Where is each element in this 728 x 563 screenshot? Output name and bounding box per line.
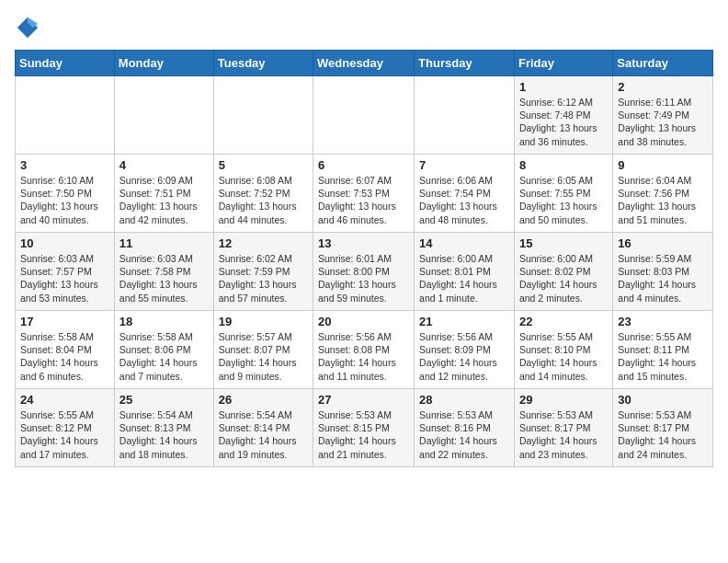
- day-info: Sunrise: 5:55 AM Sunset: 8:12 PM Dayligh…: [20, 408, 109, 461]
- weekday-header-monday: Monday: [114, 51, 213, 76]
- weekday-header-thursday: Thursday: [415, 51, 515, 76]
- day-number: 19: [219, 315, 308, 328]
- calendar-cell: 7Sunrise: 6:06 AM Sunset: 7:54 PM Daylig…: [415, 155, 515, 233]
- day-info: Sunrise: 5:57 AM Sunset: 8:07 PM Dayligh…: [219, 330, 308, 383]
- day-number: 4: [119, 158, 209, 172]
- day-number: 29: [519, 393, 608, 407]
- day-number: 21: [419, 315, 509, 328]
- calendar-cell: 23Sunrise: 5:55 AM Sunset: 8:11 PM Dayli…: [613, 311, 713, 389]
- calendar-cell: 3Sunrise: 6:10 AM Sunset: 7:50 PM Daylig…: [16, 155, 115, 233]
- weekday-header-tuesday: Tuesday: [213, 51, 313, 76]
- calendar-cell: 5Sunrise: 6:08 AM Sunset: 7:52 PM Daylig…: [213, 155, 313, 233]
- day-number: 7: [419, 158, 509, 172]
- day-number: 3: [20, 158, 109, 172]
- calendar-cell: 15Sunrise: 6:00 AM Sunset: 8:02 PM Dayli…: [514, 233, 612, 311]
- day-info: Sunrise: 5:53 AM Sunset: 8:15 PM Dayligh…: [318, 408, 409, 461]
- day-info: Sunrise: 5:55 AM Sunset: 8:11 PM Dayligh…: [618, 330, 708, 383]
- calendar-cell: 18Sunrise: 5:58 AM Sunset: 8:06 PM Dayli…: [114, 311, 213, 389]
- weekday-header-saturday: Saturday: [613, 51, 713, 76]
- calendar-cell: [114, 76, 213, 155]
- day-number: 20: [318, 315, 409, 328]
- logo-icon: [15, 15, 40, 40]
- day-info: Sunrise: 5:54 AM Sunset: 8:13 PM Dayligh…: [119, 408, 209, 461]
- calendar-cell: 30Sunrise: 5:53 AM Sunset: 8:17 PM Dayli…: [613, 389, 713, 467]
- calendar-cell: 29Sunrise: 5:53 AM Sunset: 8:17 PM Dayli…: [514, 389, 612, 467]
- calendar-cell: 16Sunrise: 5:59 AM Sunset: 8:03 PM Dayli…: [613, 233, 713, 311]
- calendar-cell: 25Sunrise: 5:54 AM Sunset: 8:13 PM Dayli…: [114, 389, 213, 467]
- day-info: Sunrise: 5:55 AM Sunset: 8:10 PM Dayligh…: [519, 330, 608, 383]
- day-number: 8: [519, 158, 608, 172]
- day-number: 1: [519, 80, 608, 94]
- calendar-cell: 26Sunrise: 5:54 AM Sunset: 8:14 PM Dayli…: [213, 389, 313, 467]
- day-info: Sunrise: 6:02 AM Sunset: 7:59 PM Dayligh…: [219, 252, 308, 304]
- day-number: 11: [119, 236, 209, 250]
- day-number: 24: [20, 393, 109, 407]
- day-info: Sunrise: 6:12 AM Sunset: 7:48 PM Dayligh…: [519, 96, 608, 148]
- calendar-cell: 22Sunrise: 5:55 AM Sunset: 8:10 PM Dayli…: [514, 311, 612, 389]
- calendar-cell: [415, 76, 515, 155]
- day-number: 30: [618, 393, 708, 407]
- logo: [15, 15, 44, 40]
- day-number: 22: [519, 315, 608, 328]
- day-number: 10: [20, 236, 109, 250]
- day-number: 15: [519, 236, 608, 250]
- day-number: 9: [618, 158, 708, 172]
- day-info: Sunrise: 6:01 AM Sunset: 8:00 PM Dayligh…: [318, 252, 409, 304]
- weekday-header-wednesday: Wednesday: [313, 51, 415, 76]
- day-info: Sunrise: 5:53 AM Sunset: 8:17 PM Dayligh…: [519, 408, 608, 461]
- day-number: 26: [219, 393, 308, 407]
- day-info: Sunrise: 6:10 AM Sunset: 7:50 PM Dayligh…: [20, 174, 109, 226]
- day-number: 14: [419, 236, 509, 250]
- calendar-week-row: 24Sunrise: 5:55 AM Sunset: 8:12 PM Dayli…: [16, 389, 713, 467]
- calendar-cell: 11Sunrise: 6:03 AM Sunset: 7:58 PM Dayli…: [114, 233, 213, 311]
- day-number: 6: [318, 158, 409, 172]
- calendar-cell: 14Sunrise: 6:00 AM Sunset: 8:01 PM Dayli…: [415, 233, 515, 311]
- day-number: 18: [119, 315, 209, 328]
- day-info: Sunrise: 5:53 AM Sunset: 8:17 PM Dayligh…: [618, 408, 708, 461]
- calendar-cell: 8Sunrise: 6:05 AM Sunset: 7:55 PM Daylig…: [514, 155, 612, 233]
- calendar-cell: 6Sunrise: 6:07 AM Sunset: 7:53 PM Daylig…: [313, 155, 415, 233]
- day-info: Sunrise: 6:06 AM Sunset: 7:54 PM Dayligh…: [419, 174, 509, 226]
- calendar-cell: 17Sunrise: 5:58 AM Sunset: 8:04 PM Dayli…: [16, 311, 115, 389]
- day-info: Sunrise: 5:59 AM Sunset: 8:03 PM Dayligh…: [618, 252, 708, 304]
- day-number: 27: [318, 393, 409, 407]
- calendar-week-row: 10Sunrise: 6:03 AM Sunset: 7:57 PM Dayli…: [16, 233, 713, 311]
- day-info: Sunrise: 6:09 AM Sunset: 7:51 PM Dayligh…: [119, 174, 209, 226]
- weekday-header-sunday: Sunday: [16, 51, 115, 76]
- calendar-cell: 9Sunrise: 6:04 AM Sunset: 7:56 PM Daylig…: [613, 155, 713, 233]
- day-number: 13: [318, 236, 409, 250]
- day-info: Sunrise: 6:08 AM Sunset: 7:52 PM Dayligh…: [219, 174, 308, 226]
- day-info: Sunrise: 6:03 AM Sunset: 7:57 PM Dayligh…: [20, 252, 109, 304]
- calendar-cell: 2Sunrise: 6:11 AM Sunset: 7:49 PM Daylig…: [613, 76, 713, 155]
- calendar-cell: 19Sunrise: 5:57 AM Sunset: 8:07 PM Dayli…: [213, 311, 313, 389]
- day-info: Sunrise: 5:56 AM Sunset: 8:08 PM Dayligh…: [318, 330, 409, 383]
- day-info: Sunrise: 6:04 AM Sunset: 7:56 PM Dayligh…: [618, 174, 708, 226]
- calendar-cell: 27Sunrise: 5:53 AM Sunset: 8:15 PM Dayli…: [313, 389, 415, 467]
- day-info: Sunrise: 5:56 AM Sunset: 8:09 PM Dayligh…: [419, 330, 509, 383]
- calendar-table: SundayMondayTuesdayWednesdayThursdayFrid…: [15, 50, 713, 467]
- day-number: 25: [119, 393, 209, 407]
- day-info: Sunrise: 5:54 AM Sunset: 8:14 PM Dayligh…: [219, 408, 308, 461]
- calendar-cell: 24Sunrise: 5:55 AM Sunset: 8:12 PM Dayli…: [16, 389, 115, 467]
- day-info: Sunrise: 6:07 AM Sunset: 7:53 PM Dayligh…: [318, 174, 409, 226]
- day-info: Sunrise: 6:05 AM Sunset: 7:55 PM Dayligh…: [519, 174, 608, 226]
- day-number: 23: [618, 315, 708, 328]
- calendar-week-row: 3Sunrise: 6:10 AM Sunset: 7:50 PM Daylig…: [16, 155, 713, 233]
- calendar-cell: 10Sunrise: 6:03 AM Sunset: 7:57 PM Dayli…: [16, 233, 115, 311]
- calendar-cell: 20Sunrise: 5:56 AM Sunset: 8:08 PM Dayli…: [313, 311, 415, 389]
- calendar-cell: 28Sunrise: 5:53 AM Sunset: 8:16 PM Dayli…: [415, 389, 515, 467]
- calendar-cell: 21Sunrise: 5:56 AM Sunset: 8:09 PM Dayli…: [415, 311, 515, 389]
- day-info: Sunrise: 6:11 AM Sunset: 7:49 PM Dayligh…: [618, 96, 708, 148]
- weekday-header-friday: Friday: [514, 51, 612, 76]
- weekday-header-row: SundayMondayTuesdayWednesdayThursdayFrid…: [16, 51, 713, 76]
- day-info: Sunrise: 5:58 AM Sunset: 8:06 PM Dayligh…: [119, 330, 209, 383]
- page-header: [15, 15, 713, 40]
- day-info: Sunrise: 6:03 AM Sunset: 7:58 PM Dayligh…: [119, 252, 209, 304]
- day-number: 17: [20, 315, 109, 328]
- day-number: 16: [618, 236, 708, 250]
- calendar-week-row: 1Sunrise: 6:12 AM Sunset: 7:48 PM Daylig…: [16, 76, 713, 155]
- day-number: 5: [219, 158, 308, 172]
- calendar-cell: 4Sunrise: 6:09 AM Sunset: 7:51 PM Daylig…: [114, 155, 213, 233]
- calendar-cell: 13Sunrise: 6:01 AM Sunset: 8:00 PM Dayli…: [313, 233, 415, 311]
- calendar-week-row: 17Sunrise: 5:58 AM Sunset: 8:04 PM Dayli…: [16, 311, 713, 389]
